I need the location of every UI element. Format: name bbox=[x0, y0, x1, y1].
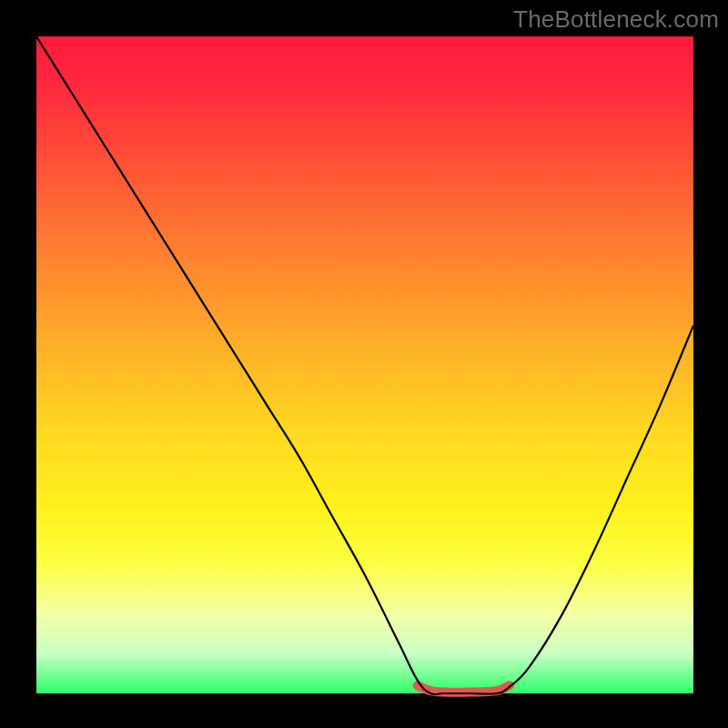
watermark-text: TheBottleneck.com bbox=[513, 5, 719, 34]
chart-svg bbox=[36, 36, 693, 693]
chart-frame: TheBottleneck.com bbox=[0, 0, 728, 728]
optimal-band bbox=[418, 685, 510, 692]
bottleneck-curve bbox=[36, 36, 693, 694]
